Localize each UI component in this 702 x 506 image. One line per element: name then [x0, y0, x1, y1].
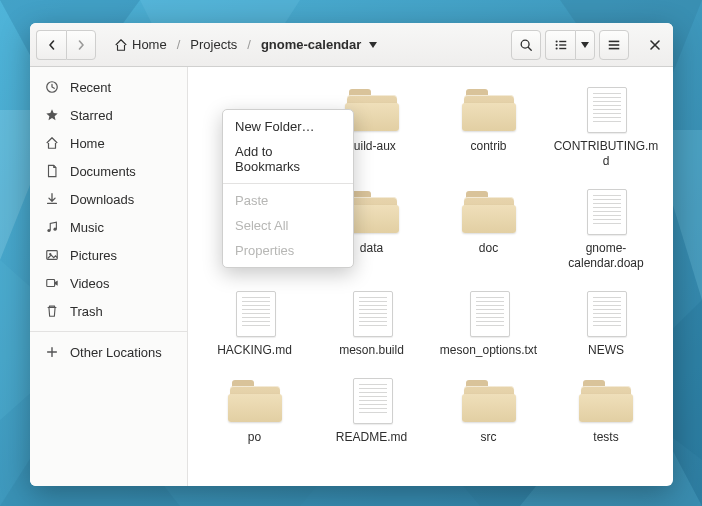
- item-label: src: [481, 430, 497, 445]
- chevron-left-icon: [47, 40, 57, 50]
- breadcrumb: Home / Projects / gnome-calendar: [100, 33, 507, 56]
- search-icon: [519, 38, 533, 52]
- breadcrumb-projects[interactable]: Projects: [184, 33, 243, 56]
- sidebar-item-trash[interactable]: Trash: [30, 297, 187, 325]
- svg-rect-21: [609, 47, 620, 49]
- svg-point-24: [53, 228, 56, 231]
- file-icon: [460, 289, 518, 337]
- item-label: build-aux: [347, 139, 396, 154]
- grid-item[interactable]: HACKING.md: [200, 289, 309, 358]
- sidebar-item-label: Other Locations: [70, 345, 162, 360]
- breadcrumb-sep: /: [175, 37, 183, 52]
- breadcrumb-sep: /: [245, 37, 253, 52]
- grid-item[interactable]: CONTRIBUTING.md: [551, 85, 661, 169]
- sidebar-item-label: Documents: [70, 164, 136, 179]
- view-mode-button[interactable]: [545, 30, 575, 60]
- grid-item[interactable]: README.md: [317, 376, 426, 445]
- item-label: meson_options.txt: [440, 343, 537, 358]
- menu-paste: Paste: [223, 188, 353, 213]
- sidebar-item-starred[interactable]: Starred: [30, 101, 187, 129]
- grid-item[interactable]: meson.build: [317, 289, 426, 358]
- breadcrumb-home-label: Home: [132, 37, 167, 52]
- svg-rect-19: [609, 40, 620, 42]
- svg-rect-16: [559, 44, 566, 45]
- menu-select-all[interactable]: Select All: [223, 213, 353, 238]
- sidebar-item-label: Home: [70, 136, 105, 151]
- forward-button[interactable]: [66, 30, 96, 60]
- hamburger-icon: [607, 38, 621, 52]
- file-icon: [577, 187, 635, 235]
- close-window-button[interactable]: [643, 30, 667, 60]
- view-controls: [545, 30, 595, 60]
- svg-rect-20: [609, 44, 620, 46]
- folder-icon: [577, 376, 635, 424]
- svg-rect-27: [47, 280, 55, 287]
- sidebar-item-label: Music: [70, 220, 104, 235]
- menu-properties[interactable]: Properties: [223, 238, 353, 263]
- file-icon: [343, 289, 401, 337]
- svg-point-15: [555, 43, 557, 45]
- home-icon: [44, 135, 60, 151]
- sidebar-item-label: Downloads: [70, 192, 134, 207]
- triangle-down-icon: [581, 42, 589, 48]
- sidebar-separator: [30, 331, 187, 332]
- item-label: HACKING.md: [217, 343, 292, 358]
- item-label: README.md: [336, 430, 407, 445]
- hamburger-menu-button[interactable]: [599, 30, 629, 60]
- menu-new-folder[interactable]: New Folder…: [223, 114, 353, 139]
- file-icon: [343, 376, 401, 424]
- svg-point-17: [555, 47, 557, 49]
- sidebar-item-pictures[interactable]: Pictures: [30, 241, 187, 269]
- sidebar-item-documents[interactable]: Documents: [30, 157, 187, 185]
- file-manager-window: Home / Projects / gnome-calendar: [30, 23, 673, 486]
- star-icon: [44, 107, 60, 123]
- grid-item[interactable]: contrib: [434, 85, 543, 169]
- search-button[interactable]: [511, 30, 541, 60]
- clock-icon: [44, 79, 60, 95]
- sidebar-other-locations[interactable]: Other Locations: [30, 338, 187, 366]
- sidebar-item-recent[interactable]: Recent: [30, 73, 187, 101]
- sidebar-item-label: Videos: [70, 276, 110, 291]
- grid-item[interactable]: meson_options.txt: [434, 289, 543, 358]
- grid-item[interactable]: tests: [551, 376, 661, 445]
- context-menu: New Folder… Add to Bookmarks Paste Selec…: [222, 109, 354, 268]
- breadcrumb-current[interactable]: gnome-calendar: [255, 33, 383, 56]
- grid-item[interactable]: src: [434, 376, 543, 445]
- back-button[interactable]: [36, 30, 66, 60]
- grid-item[interactable]: NEWS: [551, 289, 661, 358]
- svg-line-12: [528, 47, 531, 50]
- plus-icon: [44, 344, 60, 360]
- item-label: NEWS: [588, 343, 624, 358]
- sidebar-item-downloads[interactable]: Downloads: [30, 185, 187, 213]
- file-icon: [577, 85, 635, 133]
- sidebar-item-home[interactable]: Home: [30, 129, 187, 157]
- triangle-down-icon: [369, 42, 377, 48]
- titlebar: Home / Projects / gnome-calendar: [30, 23, 673, 67]
- home-icon: [114, 38, 128, 52]
- item-label: contrib: [470, 139, 506, 154]
- grid-item[interactable]: po: [200, 376, 309, 445]
- sidebar-item-label: Starred: [70, 108, 113, 123]
- trash-icon: [44, 303, 60, 319]
- folder-icon: [460, 376, 518, 424]
- chevron-right-icon: [76, 40, 86, 50]
- item-label: doc: [479, 241, 498, 256]
- menu-separator: [223, 183, 353, 184]
- file-icon: [577, 289, 635, 337]
- nav-buttons: [36, 30, 96, 60]
- item-label: po: [248, 430, 261, 445]
- sidebar-item-label: Trash: [70, 304, 103, 319]
- menu-add-bookmarks[interactable]: Add to Bookmarks: [223, 139, 353, 179]
- pictures-icon: [44, 247, 60, 263]
- sidebar-item-videos[interactable]: Videos: [30, 269, 187, 297]
- view-dropdown-button[interactable]: [575, 30, 595, 60]
- grid-item[interactable]: gnome-calendar.doap: [551, 187, 661, 271]
- sidebar-item-music[interactable]: Music: [30, 213, 187, 241]
- svg-point-23: [47, 229, 50, 232]
- item-label: tests: [593, 430, 618, 445]
- breadcrumb-home[interactable]: Home: [108, 33, 173, 56]
- music-icon: [44, 219, 60, 235]
- grid-item[interactable]: doc: [434, 187, 543, 271]
- item-label: meson.build: [339, 343, 404, 358]
- item-label: data: [360, 241, 383, 256]
